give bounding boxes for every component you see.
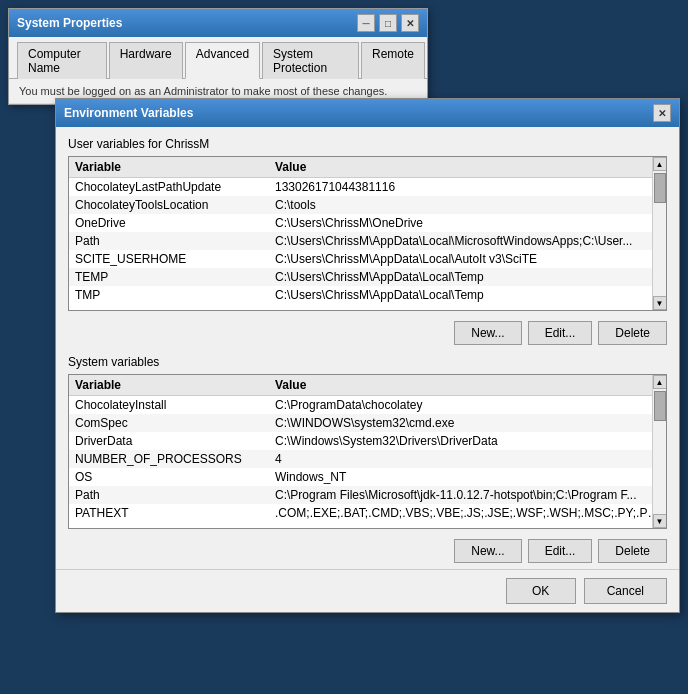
cancel-button[interactable]: Cancel — [584, 578, 667, 604]
user-table-row[interactable]: ChocolateyLastPathUpdate1330261710443811… — [69, 178, 666, 197]
user-table-row[interactable]: TEMPC:\Users\ChrissM\AppData\Local\Temp — [69, 268, 666, 286]
system-var-value: C:\ProgramData\chocolatey — [269, 396, 666, 415]
system-scroll-up-arrow[interactable]: ▲ — [653, 375, 667, 389]
user-col-value: Value — [269, 157, 666, 178]
system-variables-table-container: Variable Value ChocolateyInstallC:\Progr… — [68, 374, 667, 529]
system-variables-btn-row: New... Edit... Delete — [68, 539, 667, 563]
system-scroll-thumb[interactable] — [654, 391, 666, 421]
user-variables-table: Variable Value ChocolateyLastPathUpdate1… — [69, 157, 666, 304]
system-scroll-down-arrow[interactable]: ▼ — [653, 514, 667, 528]
system-new-button[interactable]: New... — [454, 539, 521, 563]
user-var-value: C:\Users\ChrissM\AppData\Local\Temp — [269, 286, 666, 304]
user-variables-btn-row: New... Edit... Delete — [68, 321, 667, 345]
scroll-down-arrow[interactable]: ▼ — [653, 296, 667, 310]
system-var-value: 4 — [269, 450, 666, 468]
system-table-row[interactable]: NUMBER_OF_PROCESSORS4 — [69, 450, 666, 468]
user-var-value: C:\tools — [269, 196, 666, 214]
user-var-value: C:\Users\ChrissM\OneDrive — [269, 214, 666, 232]
user-var-name: OneDrive — [69, 214, 269, 232]
scroll-thumb[interactable] — [654, 173, 666, 203]
system-table-row[interactable]: PathC:\Program Files\Microsoft\jdk-11.0.… — [69, 486, 666, 504]
user-variables-label: User variables for ChrissM — [68, 137, 667, 151]
user-table-scrollbar[interactable]: ▲ ▼ — [652, 157, 666, 310]
dialog-bottom-buttons: OK Cancel — [56, 569, 679, 612]
system-col-value: Value — [269, 375, 666, 396]
system-variables-section: System variables Variable Value Chocolat… — [68, 355, 667, 529]
system-variables-table: Variable Value ChocolateyInstallC:\Progr… — [69, 375, 666, 522]
system-var-value: Windows_NT — [269, 468, 666, 486]
system-var-name: ComSpec — [69, 414, 269, 432]
user-table-row[interactable]: TMPC:\Users\ChrissM\AppData\Local\Temp — [69, 286, 666, 304]
system-var-name: DriverData — [69, 432, 269, 450]
system-table-row[interactable]: DriverDataC:\Windows\System32\Drivers\Dr… — [69, 432, 666, 450]
system-properties-title-bar: System Properties ─ □ ✕ — [9, 9, 427, 37]
user-delete-button[interactable]: Delete — [598, 321, 667, 345]
system-edit-button[interactable]: Edit... — [528, 539, 593, 563]
user-col-variable: Variable — [69, 157, 269, 178]
tabs-container: Computer Name Hardware Advanced System P… — [9, 37, 427, 79]
scroll-up-arrow[interactable]: ▲ — [653, 157, 667, 171]
system-table-row[interactable]: ComSpecC:\WINDOWS\system32\cmd.exe — [69, 414, 666, 432]
env-title-bar: Environment Variables ✕ — [56, 99, 679, 127]
system-properties-window: System Properties ─ □ ✕ Computer Name Ha… — [8, 8, 428, 105]
title-bar-controls: ─ □ ✕ — [357, 14, 419, 32]
system-table-scrollbar[interactable]: ▲ ▼ — [652, 375, 666, 528]
system-table-row[interactable]: OSWindows_NT — [69, 468, 666, 486]
user-var-name: TMP — [69, 286, 269, 304]
env-dialog-title: Environment Variables — [64, 106, 193, 120]
user-var-name: SCITE_USERHOME — [69, 250, 269, 268]
user-var-value: C:\Users\ChrissM\AppData\Local\Microsoft… — [269, 232, 666, 250]
user-var-value: C:\Users\ChrissM\AppData\Local\Temp — [269, 268, 666, 286]
system-col-variable: Variable — [69, 375, 269, 396]
system-delete-button[interactable]: Delete — [598, 539, 667, 563]
maximize-button[interactable]: □ — [379, 14, 397, 32]
system-var-value: C:\Windows\System32\Drivers\DriverData — [269, 432, 666, 450]
user-new-button[interactable]: New... — [454, 321, 521, 345]
user-table-row[interactable]: OneDriveC:\Users\ChrissM\OneDrive — [69, 214, 666, 232]
close-button[interactable]: ✕ — [401, 14, 419, 32]
user-edit-button[interactable]: Edit... — [528, 321, 593, 345]
system-table-row[interactable]: ChocolateyInstallC:\ProgramData\chocolat… — [69, 396, 666, 415]
user-var-name: ChocolateyLastPathUpdate — [69, 178, 269, 197]
user-var-name: ChocolateyToolsLocation — [69, 196, 269, 214]
tab-computer-name[interactable]: Computer Name — [17, 42, 107, 79]
tab-remote[interactable]: Remote — [361, 42, 425, 79]
tab-system-protection[interactable]: System Protection — [262, 42, 359, 79]
user-var-value: 133026171044381116 — [269, 178, 666, 197]
tab-hardware[interactable]: Hardware — [109, 42, 183, 79]
system-var-name: NUMBER_OF_PROCESSORS — [69, 450, 269, 468]
system-var-name: PATHEXT — [69, 504, 269, 522]
user-var-value: C:\Users\ChrissM\AppData\Local\AutoIt v3… — [269, 250, 666, 268]
tab-advanced[interactable]: Advanced — [185, 42, 260, 79]
user-table-row[interactable]: PathC:\Users\ChrissM\AppData\Local\Micro… — [69, 232, 666, 250]
system-properties-title: System Properties — [17, 16, 122, 30]
user-variables-section: User variables for ChrissM Variable Valu… — [68, 137, 667, 311]
user-table-row[interactable]: ChocolateyToolsLocationC:\tools — [69, 196, 666, 214]
env-variables-dialog: Environment Variables ✕ User variables f… — [55, 98, 680, 613]
user-table-row[interactable]: SCITE_USERHOMEC:\Users\ChrissM\AppData\L… — [69, 250, 666, 268]
system-variables-label: System variables — [68, 355, 667, 369]
system-table-header-row: Variable Value — [69, 375, 666, 396]
env-close-button[interactable]: ✕ — [653, 104, 671, 122]
system-table-row[interactable]: PATHEXT.COM;.EXE;.BAT;.CMD;.VBS;.VBE;.JS… — [69, 504, 666, 522]
user-variables-table-container: Variable Value ChocolateyLastPathUpdate1… — [68, 156, 667, 311]
system-var-value: .COM;.EXE;.BAT;.CMD;.VBS;.VBE;.JS;.JSE;.… — [269, 504, 666, 522]
system-var-value: C:\Program Files\Microsoft\jdk-11.0.12.7… — [269, 486, 666, 504]
user-var-name: Path — [69, 232, 269, 250]
minimize-button[interactable]: ─ — [357, 14, 375, 32]
system-var-name: OS — [69, 468, 269, 486]
system-var-name: Path — [69, 486, 269, 504]
system-var-name: ChocolateyInstall — [69, 396, 269, 415]
ok-button[interactable]: OK — [506, 578, 576, 604]
user-table-header-row: Variable Value — [69, 157, 666, 178]
user-var-name: TEMP — [69, 268, 269, 286]
system-var-value: C:\WINDOWS\system32\cmd.exe — [269, 414, 666, 432]
